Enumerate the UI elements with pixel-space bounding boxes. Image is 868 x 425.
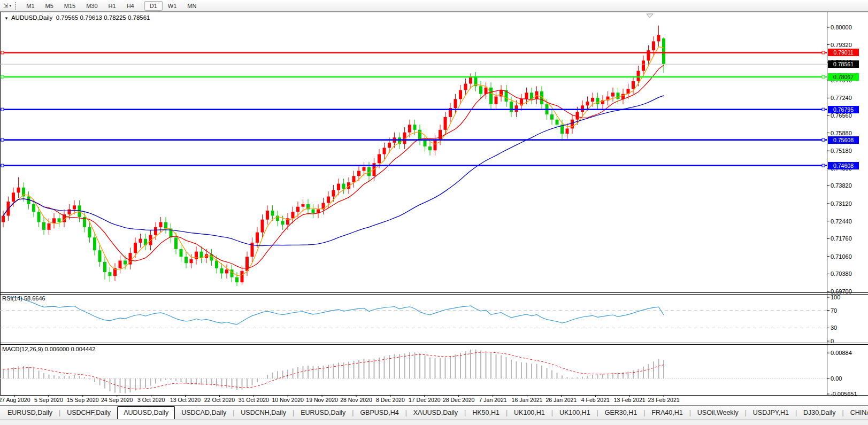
macd-indicator-label: MACD(12,26,9) 0.006000 0.004442: [2, 346, 95, 352]
chart-tab-fra40-h1[interactable]: FRA40,H1: [645, 406, 689, 419]
hline-drag-marker[interactable]: [822, 164, 825, 167]
date-label: 17 Dec 2020: [409, 397, 441, 403]
hline-drag-marker[interactable]: [1, 138, 4, 141]
ma-mid-line[interactable]: [3, 65, 664, 268]
date-label: 27 Aug 2020: [0, 397, 30, 403]
dropdown-caret-icon[interactable]: ▾: [9, 3, 13, 8]
date-label: 10 Nov 2020: [272, 397, 304, 403]
date-label: 15 Sep 2020: [67, 397, 99, 403]
price-badge-0.74608: 0.74608: [828, 162, 859, 169]
date-label: 28 Dec 2020: [443, 397, 475, 403]
macd-histogram: [3, 350, 664, 393]
hline-drag-marker[interactable]: [1, 75, 4, 78]
toolbar: ⇲ ▾ M1M5M15M30H1H4D1W1MN: [0, 0, 868, 12]
chart-tab-eurusd-daily[interactable]: EURUSD,Daily: [294, 406, 352, 419]
chart-tab-china300-h1[interactable]: CHINA300,H1: [844, 406, 868, 419]
chart-tab-dj30-daily[interactable]: DJ30,Daily: [797, 406, 842, 419]
chart-title: ▼AUDUSD,Daily 0.79565 0.79613 0.78225 0.…: [4, 14, 150, 21]
date-label: 31 Oct 2020: [239, 397, 269, 403]
price-tick-label: 0.76560: [831, 112, 852, 119]
macd-tick-label: 0.00884: [831, 350, 852, 356]
cursor-tool-icon[interactable]: ⇲: [2, 2, 9, 9]
chart-shift-marker-icon[interactable]: [647, 14, 653, 18]
chart-tab-usdjpy-h1[interactable]: USDJPY,H1: [747, 406, 795, 419]
chart-ohlc-values: 0.79565 0.79613 0.78225 0.78561: [56, 14, 150, 21]
timeframe-button-h1[interactable]: H1: [103, 1, 121, 11]
chart-tab-ger30-h1[interactable]: GER30,H1: [598, 406, 643, 419]
rsi-tick-label: 30: [831, 324, 837, 331]
price-badge-0.76795: 0.76795: [828, 106, 859, 113]
date-label: 4 Feb 2021: [581, 397, 610, 403]
price-badge-0.78067: 0.78067: [828, 73, 859, 81]
price-tick-label: 0.73120: [831, 200, 852, 207]
date-label: 3 Oct 2020: [137, 397, 165, 403]
chart-tab-xauusd-daily[interactable]: XAUUSD,Daily: [407, 406, 464, 419]
date-label: 16 Jan 2021: [512, 397, 543, 403]
timeframe-buttons: M1M5M15M30H1H4D1W1MN: [21, 0, 202, 12]
date-label: 13 Oct 2020: [170, 397, 201, 403]
chart-canvas[interactable]: [0, 12, 868, 405]
date-label: 23 Feb 2021: [648, 397, 680, 403]
date-label: 28 Nov 2020: [340, 397, 372, 403]
toolbar-grip-handle[interactable]: [15, 2, 17, 10]
chart-panel[interactable]: ▼AUDUSD,Daily 0.79565 0.79613 0.78225 0.…: [0, 12, 868, 405]
hline-drag-marker[interactable]: [822, 51, 825, 54]
ma-fast-line[interactable]: [3, 47, 664, 276]
hline-drag-marker[interactable]: [1, 51, 4, 54]
rsi-tick-label: 70: [831, 307, 837, 314]
date-label: 5 Sep 2020: [34, 397, 63, 403]
date-label: 8 Dec 2020: [376, 397, 405, 403]
price-tick-label: 0.73820: [831, 182, 852, 189]
chart-tab-usdcnh-daily[interactable]: USDCNH,Daily: [234, 406, 293, 419]
hline-drag-marker[interactable]: [822, 108, 825, 111]
chart-tab-uk100-h1[interactable]: UK100,H1: [508, 406, 551, 419]
price-tick-label: 0.71060: [831, 253, 852, 260]
chart-tab-usdchf-daily[interactable]: USDCHF,Daily: [60, 406, 117, 419]
macd-tick-label: 0.00: [831, 375, 842, 382]
timeframe-button-m5[interactable]: M5: [40, 1, 59, 11]
status-strip: [0, 419, 868, 425]
hline-drag-marker[interactable]: [822, 138, 825, 141]
chart-tab-usdcad-daily[interactable]: USDCAD,Daily: [175, 406, 233, 419]
timeframe-button-h4[interactable]: H4: [121, 1, 140, 11]
chart-tab-bar: EURUSD,Daily|USDCHF,DailyAUDUSD,DailyUSD…: [0, 405, 868, 419]
timeframe-button-d1[interactable]: D1: [144, 1, 163, 11]
price-badge-0.79011: 0.79011: [828, 49, 859, 56]
timeframe-button-m30[interactable]: M30: [81, 1, 103, 11]
date-label: 26 Jan 2021: [546, 397, 577, 403]
chart-tab-hk50-h1[interactable]: HK50,H1: [466, 406, 506, 419]
timeframe-button-mn[interactable]: MN: [182, 1, 202, 11]
price-tick-label: 0.71760: [831, 235, 852, 242]
chart-tab-uk100-h1[interactable]: UK100,H1: [553, 406, 597, 419]
timeframe-button-w1[interactable]: W1: [163, 1, 182, 11]
toolbar-separator: [142, 2, 142, 10]
rsi-tick-label: 100: [831, 294, 840, 300]
collapse-caret-icon[interactable]: ▼: [4, 16, 9, 21]
price-tick-label: 0.75880: [831, 130, 852, 136]
price-badge-0.78561: 0.78561: [828, 60, 859, 68]
chart-tab-usoil-weekly[interactable]: USOil,Weekly: [691, 406, 745, 419]
rsi-indicator-label: RSI(14) 58.6646: [2, 295, 45, 302]
hline-drag-marker[interactable]: [822, 75, 825, 78]
price-tick-label: 0.70380: [831, 271, 852, 277]
chart-symbol-label: AUDUSD,Daily: [11, 14, 52, 21]
chart-tab-gbpusd-h4[interactable]: GBPUSD,H4: [354, 406, 405, 419]
rsi-tick-label: 0: [831, 338, 834, 344]
price-badge-0.75608: 0.75608: [828, 136, 859, 144]
chart-tab-eurusd-daily[interactable]: EURUSD,Daily: [1, 406, 59, 419]
ma-slow-line[interactable]: [3, 96, 664, 246]
mt4-window: ⇲ ▾ M1M5M15M30H1H4D1W1MN ▼AUDUSD,Daily 0…: [0, 0, 868, 425]
date-label: 19 Nov 2020: [306, 397, 338, 403]
timeframe-button-m15[interactable]: M15: [59, 1, 81, 11]
date-label: 22 Oct 2020: [204, 397, 235, 403]
timeframe-button-m1[interactable]: M1: [21, 1, 40, 11]
price-tick-label: 0.77240: [831, 95, 852, 101]
chart-tab-audusd-daily[interactable]: AUDUSD,Daily: [117, 406, 175, 419]
date-label: 13 Feb 2021: [614, 397, 646, 403]
hline-drag-marker[interactable]: [1, 164, 4, 167]
hline-drag-marker[interactable]: [1, 108, 4, 111]
price-tick-label: 0.79320: [831, 42, 852, 48]
price-tick-label: 0.72440: [831, 218, 852, 225]
rsi-line: [9, 297, 664, 324]
date-label: 7 Jan 2021: [479, 397, 507, 403]
